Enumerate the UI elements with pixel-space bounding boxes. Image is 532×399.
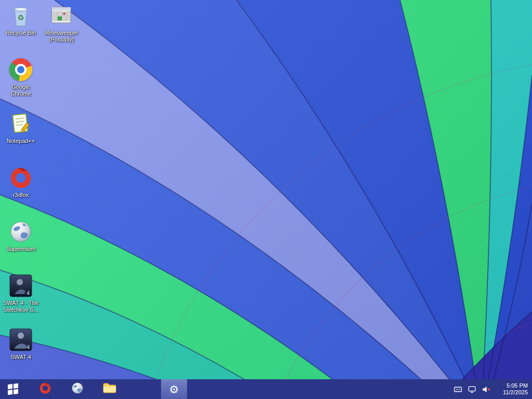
- desktop-icon-notepadpp[interactable]: Notepad++: [1, 111, 41, 144]
- desktop-icon-minesweeper[interactable]: Minesweeper (Possibly): [42, 3, 81, 43]
- desktop-icon-recycle-bin[interactable]: ♻ Recycle Bin: [1, 3, 41, 36]
- supermium-globe-icon: [71, 381, 84, 397]
- desktop-icon-supermium[interactable]: Supermium: [1, 219, 41, 252]
- desktop-icon-swat4-stetchkov[interactable]: 4 SWAT 4 - The Stetchkov S...: [1, 273, 41, 313]
- icon-label: Notepad++: [7, 138, 35, 144]
- notepadpp-icon: [8, 111, 33, 136]
- network-icon[interactable]: [468, 385, 476, 394]
- taskbar-r3dfox-button[interactable]: [32, 379, 58, 399]
- supermium-globe-icon: [8, 219, 33, 244]
- r3dfox-icon: [8, 165, 33, 190]
- desktop-icon-swat4[interactable]: 4 SWAT 4: [1, 327, 41, 361]
- clock-date: 11/2/2025: [503, 389, 528, 396]
- icon-label: Supermium: [6, 246, 35, 252]
- wallpaper-balloon: [0, 0, 532, 379]
- svg-text:♻: ♻: [18, 14, 24, 22]
- volume-muted-icon[interactable]: [482, 385, 490, 394]
- icon-label: r3dfox: [13, 192, 29, 198]
- chrome-icon: [8, 57, 33, 82]
- icon-label: SWAT 4 - The Stetchkov S...: [3, 300, 39, 313]
- taskbar-chrome-button[interactable]: [129, 379, 155, 399]
- taskbar-settings-button[interactable]: ⚙: [161, 379, 187, 399]
- icon-label: Minesweeper (Possibly): [43, 30, 79, 43]
- svg-text:4: 4: [26, 344, 30, 350]
- taskbar-clock[interactable]: 5:05 PM 11/2/2025: [496, 382, 528, 396]
- taskbar-supermium-button[interactable]: [64, 379, 90, 399]
- gear-icon: ⚙: [169, 384, 179, 395]
- desktop-icon-r3dfox[interactable]: r3dfox: [1, 165, 41, 198]
- taskbar-file-explorer-button[interactable]: [97, 379, 123, 399]
- folder-icon: [103, 382, 116, 396]
- desktop: ♻ Recycle Bin Minesweeper (Possibly): [0, 0, 532, 399]
- swat4-expansion-icon: 4: [8, 273, 33, 298]
- touch-keyboard-icon[interactable]: [454, 385, 462, 394]
- swat4-icon: 4: [8, 327, 33, 352]
- desktop-icon-google-chrome[interactable]: Google Chrome: [1, 57, 41, 97]
- r3dfox-icon: [38, 381, 52, 397]
- icon-label: Google Chrome: [3, 84, 39, 97]
- start-button[interactable]: [0, 379, 26, 399]
- recycle-bin-icon: ♻: [8, 3, 33, 28]
- windows-logo-icon: [8, 383, 18, 395]
- taskbar: ⚙: [0, 379, 532, 399]
- svg-text:4: 4: [26, 290, 30, 296]
- clock-time: 5:05 PM: [507, 382, 528, 389]
- icon-label: Recycle Bin: [6, 30, 36, 36]
- icon-label: SWAT 4: [10, 354, 31, 361]
- minesweeper-icon: [49, 3, 74, 28]
- system-tray: 5:05 PM 11/2/2025: [454, 379, 532, 399]
